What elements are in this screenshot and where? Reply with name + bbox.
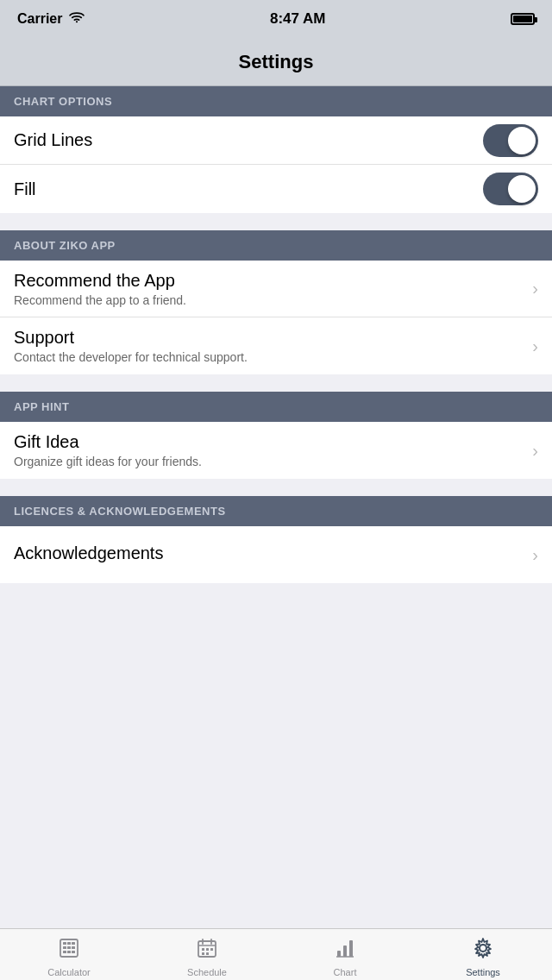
acknowledgements-title: Acknowledgements (14, 543, 163, 563)
recommend-chevron: › (532, 279, 538, 298)
fill-toggle[interactable] (483, 173, 538, 205)
chart-label: Chart (334, 967, 357, 977)
fill-knob (508, 175, 536, 203)
status-left: Carrier (17, 11, 85, 27)
settings-icon (472, 937, 494, 964)
svg-rect-3 (72, 942, 75, 945)
recommend-subtitle: Recommend the app to a friend. (14, 293, 186, 307)
gap-3 (0, 479, 552, 496)
acknowledgements-content: Acknowledgements (14, 543, 163, 566)
gift-idea-row[interactable]: Gift Idea Organize gift ideas for your f… (0, 422, 552, 479)
recommend-row[interactable]: Recommend the App Recommend the app to a… (0, 261, 552, 317)
recommend-title: Recommend the App (14, 271, 186, 291)
chart-icon (334, 937, 356, 964)
tab-calculator[interactable]: Calculator (0, 929, 138, 980)
svg-point-23 (480, 945, 486, 952)
schedule-label: Schedule (187, 967, 227, 977)
tab-settings[interactable]: Settings (414, 929, 552, 980)
grid-lines-label: Grid Lines (14, 130, 92, 150)
svg-rect-6 (72, 946, 75, 949)
support-chevron: › (532, 336, 538, 356)
acknowledgements-chevron: › (532, 545, 538, 565)
svg-rect-21 (349, 940, 353, 957)
svg-rect-2 (67, 942, 71, 945)
svg-rect-19 (337, 951, 341, 957)
grid-lines-row[interactable]: Grid Lines (0, 116, 552, 165)
section-header-about: ABOUT ZIKO APP (0, 230, 552, 261)
calculator-icon (58, 937, 80, 964)
status-bar: Carrier 8:47 AM (0, 0, 552, 38)
support-subtitle: Contact the developer for technical supp… (14, 350, 248, 364)
recommend-content: Recommend the App Recommend the app to a… (14, 271, 186, 307)
calculator-label: Calculator (47, 967, 91, 977)
fill-label: Fill (14, 179, 36, 199)
support-row[interactable]: Support Contact the developer for techni… (0, 317, 552, 374)
settings-content: CHART OPTIONS Grid Lines Fill ABOUT ZIKO… (0, 86, 552, 928)
svg-rect-1 (63, 942, 66, 945)
settings-label: Settings (466, 967, 500, 977)
section-header-chart-options: CHART OPTIONS (0, 86, 552, 116)
gap-2 (0, 374, 552, 392)
schedule-icon (196, 937, 218, 964)
svg-rect-7 (63, 951, 66, 953)
chart-options-group: Grid Lines Fill (0, 116, 552, 213)
gap-4 (0, 583, 552, 600)
grid-lines-toggle[interactable] (483, 124, 538, 157)
grid-lines-knob (508, 127, 536, 154)
wifi-icon (69, 11, 85, 27)
fill-row[interactable]: Fill (0, 165, 552, 213)
acknowledgements-row[interactable]: Acknowledgements › (0, 526, 552, 583)
svg-rect-15 (206, 948, 209, 951)
page-title: Settings (239, 51, 314, 73)
section-header-app-hint: APP HINT (0, 392, 552, 422)
gap-1 (0, 213, 552, 230)
tab-schedule[interactable]: Schedule (138, 929, 276, 980)
section-header-licences: LICENCES & ACKNOWLEDGEMENTS (0, 496, 552, 526)
nav-bar: Settings (0, 38, 552, 86)
gift-idea-subtitle: Organize gift ideas for your friends. (14, 455, 202, 468)
svg-rect-8 (67, 951, 71, 953)
gift-idea-chevron: › (532, 441, 538, 461)
svg-rect-17 (202, 952, 204, 955)
status-right (511, 13, 535, 25)
gift-idea-title: Gift Idea (14, 432, 202, 452)
tab-chart[interactable]: Chart (276, 929, 414, 980)
support-content: Support Contact the developer for techni… (14, 328, 248, 364)
licences-group: Acknowledgements › (0, 526, 552, 583)
support-title: Support (14, 328, 248, 348)
svg-rect-18 (206, 952, 209, 955)
svg-rect-9 (72, 951, 75, 953)
status-time: 8:47 AM (270, 10, 326, 28)
carrier-label: Carrier (17, 11, 62, 27)
svg-rect-14 (202, 948, 204, 951)
gift-idea-content: Gift Idea Organize gift ideas for your f… (14, 432, 202, 468)
svg-rect-20 (343, 945, 347, 957)
svg-rect-16 (210, 948, 213, 951)
svg-rect-4 (63, 946, 66, 949)
tab-bar: Calculator Schedule (0, 928, 552, 980)
app-hint-group: Gift Idea Organize gift ideas for your f… (0, 422, 552, 479)
svg-rect-5 (67, 946, 71, 949)
battery-icon (511, 13, 535, 25)
about-group: Recommend the App Recommend the app to a… (0, 261, 552, 374)
